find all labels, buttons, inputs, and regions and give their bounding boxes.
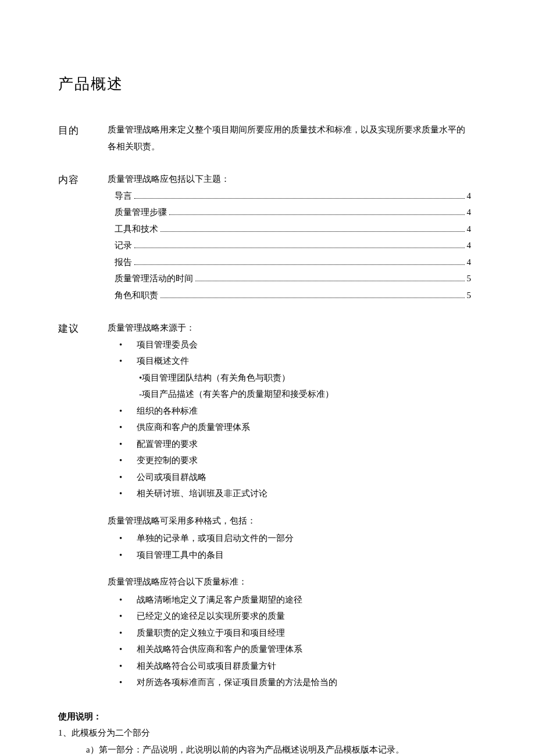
toc-item: 报告4	[115, 254, 471, 271]
page-title: 产品概述	[58, 70, 471, 98]
standards-list: 战略清晰地定义了满足客户质量期望的途径 已经定义的途径足以实现所要求的质量 质量…	[115, 592, 471, 691]
section-purpose: 目的 质量管理战略用来定义整个项目期间所要应用的质量技术和标准，以及实现所要求质…	[58, 121, 471, 155]
toc-dots	[169, 206, 465, 215]
list-item: 项目概述文件	[115, 353, 471, 370]
toc-label: 记录	[115, 237, 132, 254]
toc-label: 角色和职责	[115, 287, 158, 304]
section-advice: 建议 质量管理战略来源于： 项目管理委员会 项目概述文件 •项目管理团队结构（有…	[58, 320, 471, 691]
toc-page: 4	[467, 254, 472, 271]
list-item: 相关研讨班、培训班及非正式讨论	[115, 485, 471, 502]
toc-dots	[160, 289, 465, 298]
toc-page: 4	[467, 237, 472, 254]
toc-dots	[195, 272, 465, 281]
toc-page: 5	[467, 270, 472, 287]
toc-label: 质量管理活动的时间	[115, 270, 193, 287]
formats-list: 单独的记录单，或项目启动文件的一部分 项目管理工具中的条目	[115, 530, 471, 563]
list-item: 供应商和客户的质量管理体系	[115, 419, 471, 436]
document-page: 产品概述 目的 质量管理战略用来定义整个项目期间所要应用的质量技术和标准，以及实…	[0, 0, 535, 756]
toc-item: 质量管理步骤4	[115, 204, 471, 221]
usage-section: 使用说明： 1、此模板分为二个部分 a）第一部分：产品说明，此说明以前的内容为产…	[58, 708, 471, 756]
list-item: 配置管理的要求	[115, 436, 471, 453]
toc-item: 质量管理活动的时间5	[115, 270, 471, 287]
list-item: 相关战略符合公司或项目群质量方针	[115, 658, 471, 675]
sources-intro: 质量管理战略来源于：	[108, 320, 471, 336]
list-item: 相关战略符合供应商和客户的质量管理体系	[115, 641, 471, 658]
sources-list: 项目管理委员会 项目概述文件	[115, 336, 471, 370]
toc-page: 4	[467, 204, 472, 221]
advice-label: 建议	[58, 320, 108, 338]
list-item: 已经定义的途径足以实现所要求的质量	[115, 608, 471, 625]
standards-intro: 质量管理战略应符合以下质量标准：	[108, 574, 471, 590]
toc-label: 工具和技术	[115, 221, 158, 238]
section-contents: 内容 质量管理战略应包括以下主题： 导言4 质量管理步骤4 工具和技术4 记录4…	[58, 171, 471, 303]
toc-label: 报告	[115, 254, 132, 271]
list-item: 公司或项目群战略	[115, 469, 471, 486]
sources-list-cont: 组织的各种标准 供应商和客户的质量管理体系 配置管理的要求 变更控制的要求 公司…	[115, 403, 471, 502]
toc-item: 工具和技术4	[115, 221, 471, 238]
toc-item: 导言4	[115, 188, 471, 205]
list-item: 对所选各项标准而言，保证项目质量的方法是恰当的	[115, 674, 471, 691]
sub-item: -项目产品描述（有关客户的质量期望和接受标准）	[139, 386, 471, 403]
toc-dots	[134, 239, 465, 248]
list-item: 项目管理委员会	[115, 336, 471, 353]
usage-subline: a）第一部分：产品说明，此说明以前的内容为产品概述说明及产品模板版本记录。	[86, 741, 471, 756]
toc-item: 角色和职责5	[115, 287, 471, 304]
list-item: 变更控制的要求	[115, 452, 471, 469]
list-item: 项目管理工具中的条目	[115, 547, 471, 564]
toc-item: 记录4	[115, 237, 471, 254]
list-item: 单独的记录单，或项目启动文件的一部分	[115, 530, 471, 547]
usage-line: 1、此模板分为二个部分	[58, 725, 471, 741]
toc-dots	[160, 223, 465, 232]
contents-label: 内容	[58, 171, 108, 189]
toc-page: 4	[467, 188, 472, 205]
toc: 导言4 质量管理步骤4 工具和技术4 记录4 报告4 质量管理活动的时间5 角色…	[108, 188, 471, 304]
formats-intro: 质量管理战略可采用多种格式，包括：	[108, 513, 471, 529]
contents-intro: 质量管理战略应包括以下主题：	[108, 171, 471, 188]
toc-page: 4	[467, 221, 472, 238]
list-item: 战略清晰地定义了满足客户质量期望的途径	[115, 592, 471, 608]
purpose-text: 质量管理战略用来定义整个项目期间所要应用的质量技术和标准，以及实现所要求质量水平…	[108, 121, 471, 155]
toc-label: 质量管理步骤	[115, 204, 167, 221]
list-item: 质量职责的定义独立于项目和项目经理	[115, 625, 471, 642]
purpose-label: 目的	[58, 121, 108, 140]
toc-dots	[134, 189, 465, 199]
toc-dots	[134, 256, 465, 265]
list-item: 组织的各种标准	[115, 403, 471, 420]
usage-title: 使用说明：	[58, 708, 471, 725]
toc-page: 5	[467, 287, 472, 304]
toc-label: 导言	[115, 188, 132, 205]
sub-item: •项目管理团队结构（有关角色与职责）	[139, 370, 471, 386]
